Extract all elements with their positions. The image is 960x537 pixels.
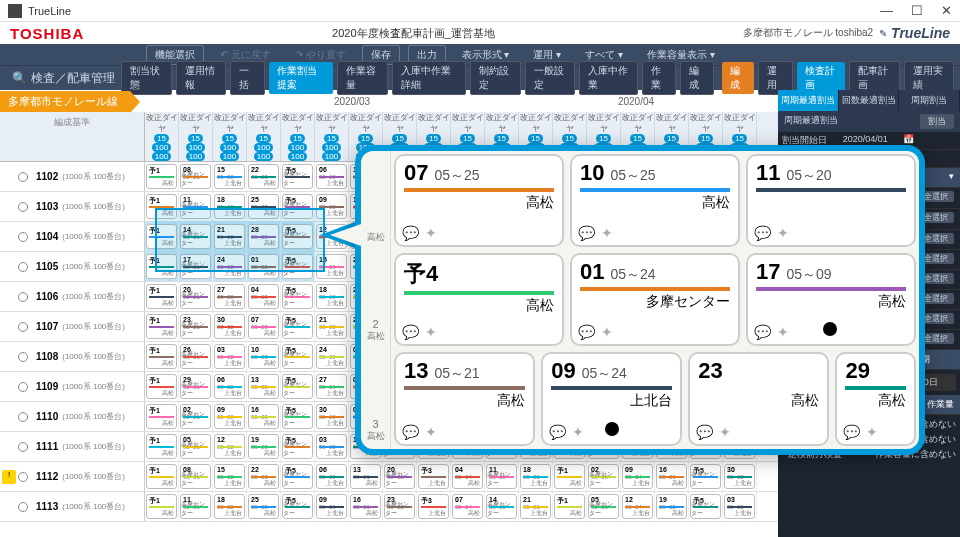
schedule-piece[interactable]: 予5 多摩センター — [282, 434, 313, 459]
schedule-piece[interactable]: 06 05~22上北台 — [214, 374, 245, 399]
schedule-piece[interactable]: 予5 多摩センター — [282, 284, 313, 309]
day-col[interactable]: 改正ダイヤ15 100 100 — [145, 112, 179, 161]
schedule-piece[interactable]: 24 05~20上北台 — [316, 344, 347, 369]
schedule-piece[interactable]: 15 05~22上北台 — [214, 464, 245, 489]
schedule-piece[interactable]: 18 05~22上北台 — [214, 494, 245, 519]
schedule-piece[interactable]: 18 05~20上北台 — [316, 284, 347, 309]
row-label[interactable]: 1109(1000系 100番台) — [0, 372, 145, 401]
window-min[interactable]: — — [880, 3, 893, 18]
schedule-piece[interactable]: 03 05~20上北台 — [316, 434, 347, 459]
schedule-piece[interactable]: 08 05~21多摩センター — [180, 164, 211, 189]
callout-piece[interactable]: 29高松💬✦ — [835, 352, 916, 445]
schedule-piece[interactable]: 予5 多摩センター — [690, 494, 721, 519]
schedule-piece[interactable]: 30 05~22上北台 — [214, 314, 245, 339]
schedule-piece[interactable]: 予1 高松 — [146, 404, 177, 429]
schedule-piece[interactable]: 予5 多摩センター — [282, 494, 313, 519]
schedule-piece[interactable]: 予5 多摩センター — [282, 344, 313, 369]
callout-piece[interactable]: 0105～24多摩センター💬✦ — [570, 253, 740, 346]
schedule-piece[interactable]: 23 05~21多摩センター — [180, 314, 211, 339]
schedule-piece[interactable]: 07 05~24高松 — [452, 494, 483, 519]
rp-tab-1[interactable]: 回数最適割当 — [839, 90, 900, 111]
rp-tab-2[interactable]: 周期割当 — [899, 90, 960, 111]
schedule-piece[interactable]: 03 05~22上北台 — [214, 344, 245, 369]
row-label[interactable]: 1107(1000系 100番台) — [0, 312, 145, 341]
schedule-piece[interactable]: 07 05~23高松 — [248, 314, 279, 339]
schedule-piece[interactable]: 予1 高松 — [146, 224, 177, 249]
row-label[interactable]: 1110(1000系 100番台) — [0, 402, 145, 431]
callout-piece[interactable]: 予4高松💬✦ — [394, 253, 564, 346]
schedule-piece[interactable]: 予5 多摩センター — [282, 464, 313, 489]
tb-8[interactable]: 入庫中作業 — [579, 61, 638, 95]
schedule-piece[interactable]: 予1 高松 — [554, 464, 585, 489]
schedule-piece[interactable]: 02 05~23多摩センター — [588, 464, 619, 489]
schedule-piece[interactable]: 09 05~20上北台 — [316, 494, 347, 519]
row-label[interactable]: !1112(1000系 100番台) — [0, 462, 145, 491]
day-col[interactable]: 改正ダイヤ15 100 100 — [315, 112, 349, 161]
callout-piece[interactable]: 23高松💬✦ — [688, 352, 829, 445]
schedule-piece[interactable]: 19 05~20高松 — [656, 494, 687, 519]
row-label[interactable]: 1102(1000系 100番台) — [0, 162, 145, 191]
rp-tab-0[interactable]: 周期最適割当 — [778, 90, 839, 111]
schedule-piece[interactable]: 05 05~21多摩センター — [180, 434, 211, 459]
schedule-piece[interactable]: 予5 多摩センター — [282, 314, 313, 339]
schedule-piece[interactable]: 14 05~21多摩センター — [180, 224, 211, 249]
schedule-piece[interactable]: 25 05~23高松 — [248, 194, 279, 219]
schedule-piece[interactable]: 09 05~22上北台 — [214, 404, 245, 429]
tb-5[interactable]: 入庫中作業詳細 — [392, 61, 467, 95]
schedule-piece[interactable]: 25 05~23高松 — [248, 494, 279, 519]
schedule-piece[interactable]: 16 05~21高松 — [350, 494, 381, 519]
schedule-piece[interactable]: 予5 多摩センター — [282, 194, 313, 219]
schedule-piece[interactable]: 13 05~23高松 — [248, 374, 279, 399]
callout-piece[interactable]: 1305～21高松💬✦ — [394, 352, 535, 445]
window-max[interactable]: ☐ — [911, 3, 923, 18]
schedule-piece[interactable]: 14 05~20多摩センター — [486, 494, 517, 519]
schedule-piece[interactable]: 27 05~20上北台 — [316, 374, 347, 399]
schedule-piece[interactable]: 予1 高松 — [146, 494, 177, 519]
schedule-piece[interactable]: 18 05~22上北台 — [214, 194, 245, 219]
schedule-piece[interactable]: 27 05~22上北台 — [214, 284, 245, 309]
tb-9[interactable]: 作業 — [642, 61, 676, 95]
schedule-piece[interactable]: 予1 高松 — [146, 464, 177, 489]
schedule-piece[interactable]: 11 05~20多摩センター — [486, 464, 517, 489]
schedule-piece[interactable]: 30 05~22上北台 — [724, 464, 755, 489]
schedule-piece[interactable]: 予5 多摩センター — [282, 374, 313, 399]
schedule-piece[interactable]: 予1 高松 — [146, 374, 177, 399]
row-label[interactable]: 1113(1000系 100番台) — [0, 492, 145, 521]
schedule-piece[interactable]: 04 05~24高松 — [452, 464, 483, 489]
assign-btn[interactable]: 割当 — [920, 114, 954, 129]
schedule-piece[interactable]: 23 05~22多摩センター — [384, 494, 415, 519]
schedule-piece[interactable]: 04 05~23高松 — [248, 284, 279, 309]
day-col[interactable]: 改正ダイヤ15 100 100 — [281, 112, 315, 161]
day-col[interactable]: 改正ダイヤ15 100 100 — [179, 112, 213, 161]
chevron-down-icon[interactable]: ▾ — [949, 171, 954, 181]
schedule-piece[interactable]: 01 05~23高松 — [248, 254, 279, 279]
schedule-piece[interactable]: 15 05~22上北台 — [214, 164, 245, 189]
schedule-piece[interactable]: 30 05~20上北台 — [316, 404, 347, 429]
schedule-piece[interactable]: 26 05~21多摩センター — [180, 344, 211, 369]
schedule-piece[interactable]: 02 05~21多摩センター — [180, 404, 211, 429]
schedule-piece[interactable]: 11 05~21多摩センター — [180, 494, 211, 519]
schedule-piece[interactable]: 12 05~22上北台 — [214, 434, 245, 459]
row-label[interactable]: 1111(1000系 100番台) — [0, 432, 145, 461]
schedule-piece[interactable]: 予1 高松 — [146, 284, 177, 309]
schedule-piece[interactable]: 24 05~22上北台 — [214, 254, 245, 279]
schedule-piece[interactable]: 21 05~20上北台 — [316, 314, 347, 339]
row-label[interactable]: 1104(1000系 100番台) — [0, 222, 145, 251]
schedule-piece[interactable]: 予5 多摩センター — [282, 164, 313, 189]
tb-1[interactable]: 運用情報 — [176, 61, 226, 95]
callout-piece[interactable]: 1105～20💬✦ — [746, 154, 916, 247]
schedule-piece[interactable]: 予1 高松 — [554, 494, 585, 519]
schedule-piece[interactable]: 03 05~22上北台 — [724, 494, 755, 519]
callout-piece[interactable]: 1705～09高松💬✦ — [746, 253, 916, 346]
schedule-piece[interactable]: 28 05~23高松 — [248, 224, 279, 249]
schedule-piece[interactable]: 18 05~21上北台 — [520, 464, 551, 489]
schedule-piece[interactable]: 16 05~23高松 — [248, 404, 279, 429]
tbr-0[interactable]: 編成 — [722, 62, 754, 94]
day-col[interactable]: 改正ダイヤ15 100 100 — [247, 112, 281, 161]
schedule-piece[interactable]: 09 05~20上北台 — [316, 194, 347, 219]
callout-piece[interactable]: 0905～24上北台💬✦ — [541, 352, 682, 445]
schedule-piece[interactable]: 予1 高松 — [146, 164, 177, 189]
schedule-piece[interactable]: 17 05~21多摩センター — [180, 254, 211, 279]
tb-7[interactable]: 一般設定 — [525, 61, 575, 95]
schedule-piece[interactable]: 21 05~22上北台 — [214, 224, 245, 249]
